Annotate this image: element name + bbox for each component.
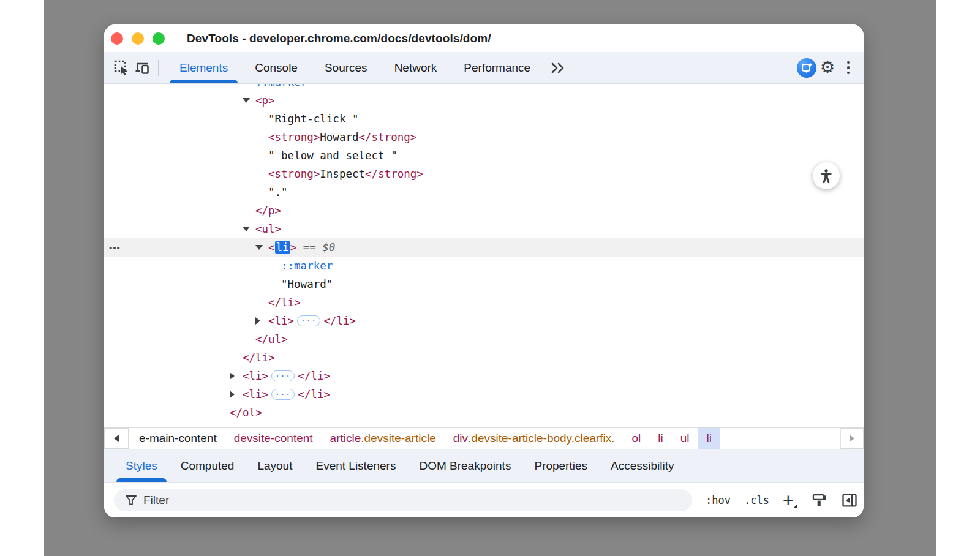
breadcrumb-item[interactable]: ul <box>672 428 698 449</box>
dom-node-segment: </ul> <box>255 333 288 345</box>
new-style-rule-caret-icon <box>793 504 797 508</box>
dom-tree-row[interactable]: " below and select " <box>104 146 864 165</box>
dom-node-segment: </li> <box>243 351 275 364</box>
styles-filter-bar: :hov .cls + <box>104 482 864 517</box>
breadcrumb-item[interactable]: li <box>698 428 720 449</box>
dom-tree-row[interactable]: "." <box>104 183 864 201</box>
tab-performance[interactable]: Performance <box>450 52 544 83</box>
scroll-left-icon <box>114 435 119 442</box>
dom-node-segment: </li> <box>268 296 301 309</box>
sidebar-tab-accessibility[interactable]: Accessibility <box>599 449 685 482</box>
settings-button[interactable]: ⚙ <box>817 58 838 78</box>
minimize-window-button[interactable] <box>132 32 144 45</box>
sidebar-tabs: StylesComputedLayoutEvent ListenersDOM B… <box>104 449 864 482</box>
dom-node-segment: < <box>268 241 275 254</box>
dom-node-segment: <p> <box>255 94 275 107</box>
expand-arrow-icon[interactable] <box>255 312 260 330</box>
dom-tree-row[interactable]: </ol> <box>104 404 864 422</box>
element-classes-button[interactable]: .cls <box>744 494 769 506</box>
dom-tree-row[interactable]: •••<li> == $0 <box>104 238 864 257</box>
device-toolbar-icon <box>134 59 151 77</box>
inspect-element-button[interactable] <box>111 58 132 78</box>
sidebar-tab-layout[interactable]: Layout <box>246 449 304 482</box>
collapse-arrow-icon[interactable] <box>255 238 263 257</box>
zoom-window-button[interactable] <box>153 32 165 45</box>
collapse-arrow-icon[interactable] <box>243 220 250 238</box>
tab-network[interactable]: Network <box>381 52 451 83</box>
tab-elements[interactable]: Elements <box>166 52 241 83</box>
dom-node-segment: <li> <box>243 370 268 382</box>
dom-tree-row[interactable]: ::marker <box>104 84 864 91</box>
devtools-window: DevTools - developer.chrome.com/docs/dev… <box>104 24 864 517</box>
expand-arrow-icon[interactable] <box>230 367 235 385</box>
sidebar-tab-event-listeners[interactable]: Event Listeners <box>304 449 407 482</box>
collapse-arrow-icon[interactable] <box>243 91 250 110</box>
tab-sources[interactable]: Sources <box>311 52 381 83</box>
more-options-button[interactable] <box>838 58 859 78</box>
breadcrumb-part: article <box>330 432 361 445</box>
breadcrumb: e-main-contentdevsite-contentarticle.dev… <box>129 428 840 449</box>
dom-node-segment: <li> <box>243 388 268 400</box>
inspect-element-icon <box>113 59 130 77</box>
dom-tree-row[interactable]: <strong>Inspect</strong> <box>104 165 864 183</box>
filter-input[interactable] <box>143 489 670 511</box>
dom-tree-row[interactable]: <strong>Howard</strong> <box>104 128 864 146</box>
dom-node-segment: <ul> <box>255 223 281 235</box>
breadcrumb-item[interactable]: article.devsite-article <box>322 428 445 449</box>
ai-assistance-button[interactable] <box>796 58 817 78</box>
paint-brush-button[interactable] <box>811 492 827 508</box>
dom-node-segment: Howard <box>320 131 358 143</box>
breadcrumb-part: ul <box>680 432 690 445</box>
dom-tree-row[interactable]: <li>···</li> <box>104 312 864 330</box>
dom-tree-row[interactable]: </li> <box>104 348 864 367</box>
dom-node-segment: " below and select " <box>268 149 398 162</box>
devtools-toolbar: ElementsConsoleSourcesNetworkPerformance <box>104 52 864 84</box>
dom-tree-row[interactable]: <p> <box>104 91 864 110</box>
breadcrumb-item[interactable]: li <box>649 428 671 449</box>
filter-funnel-icon <box>124 493 138 510</box>
breadcrumb-part: .devsite-article <box>361 432 436 445</box>
breadcrumb-scroll-left-button[interactable] <box>104 428 129 449</box>
toggle-device-toolbar-button[interactable] <box>132 58 153 78</box>
breadcrumb-item[interactable]: ol <box>623 428 649 449</box>
dom-tree-row[interactable]: <li>···</li> <box>104 385 864 404</box>
dom-tree-row[interactable]: </li> <box>104 293 864 312</box>
breadcrumb-item[interactable]: e-main-content <box>130 428 225 449</box>
inline-expand-button[interactable]: ··· <box>297 315 320 326</box>
breadcrumb-part: e-main-content <box>139 432 217 445</box>
dom-tree-row[interactable]: <li>···</li> <box>104 367 864 385</box>
dom-tree-row[interactable]: </ul> <box>104 330 864 348</box>
toggle-sidebar-button[interactable] <box>841 492 858 509</box>
breadcrumb-item[interactable]: div.devsite-article-body.clearfix. <box>445 428 624 449</box>
sidebar-tab-properties[interactable]: Properties <box>522 449 599 482</box>
dom-tree-row[interactable]: <ul> <box>104 220 864 238</box>
dom-tree-row[interactable]: "Howard" <box>104 275 864 293</box>
new-style-rule-button[interactable]: + <box>783 494 798 507</box>
breadcrumb-bar: e-main-contentdevsite-contentarticle.dev… <box>104 427 864 449</box>
dom-tree-row[interactable]: </p> <box>104 201 864 220</box>
filter-pill[interactable] <box>114 489 692 511</box>
gear-icon: ⚙ <box>820 59 835 76</box>
inline-expand-button[interactable]: ··· <box>271 389 295 400</box>
kebab-menu-icon <box>847 61 850 75</box>
breadcrumb-item[interactable]: devsite-content <box>225 428 322 449</box>
more-tabs-button[interactable] <box>548 58 568 78</box>
accessibility-fab-button[interactable] <box>813 162 840 189</box>
inline-expand-button[interactable]: ··· <box>271 370 295 381</box>
breadcrumb-scroll-right-button[interactable] <box>840 428 864 449</box>
dom-node-segment: Inspect <box>320 168 365 180</box>
paint-roller-icon <box>811 492 827 508</box>
expand-arrow-icon[interactable] <box>230 385 235 404</box>
sidebar-tab-styles[interactable]: Styles <box>114 449 169 482</box>
toolbar-divider <box>158 60 159 76</box>
sidebar-tab-computed[interactable]: Computed <box>169 449 246 482</box>
breadcrumb-part: li <box>706 432 711 445</box>
row-actions-dots[interactable]: ••• <box>109 238 121 257</box>
toggle-element-state-button[interactable]: :hov <box>706 494 731 506</box>
tab-console[interactable]: Console <box>241 52 311 83</box>
close-window-button[interactable] <box>111 32 123 45</box>
dom-tree-row[interactable]: "Right-click " <box>104 110 864 128</box>
dom-tree-row[interactable]: ::marker <box>104 257 864 275</box>
toolbar-divider-right <box>791 60 791 76</box>
sidebar-tab-dom-breakpoints[interactable]: DOM Breakpoints <box>407 449 522 482</box>
